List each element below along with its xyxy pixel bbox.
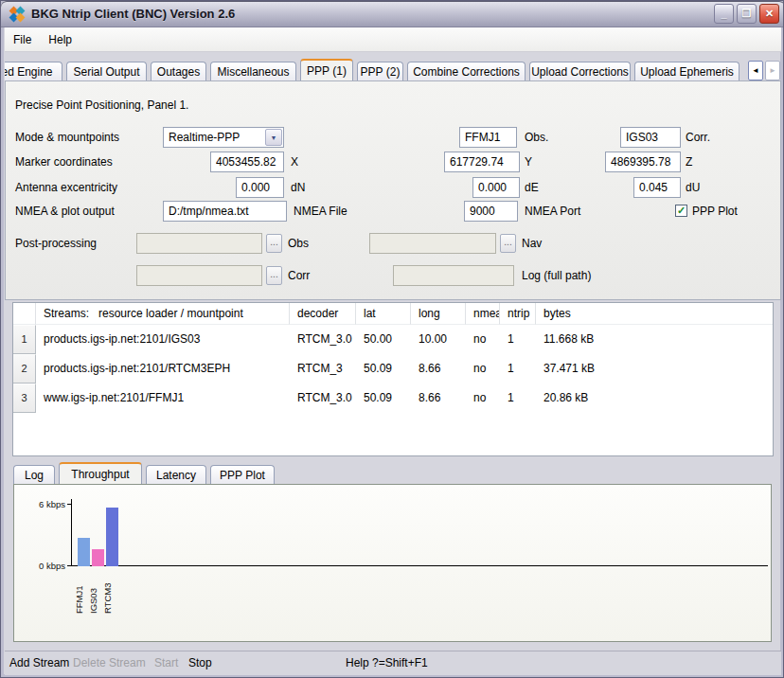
marker-y-label: Y [525, 152, 532, 172]
row-number[interactable]: 3 [13, 384, 36, 413]
tab-miscellaneous[interactable]: Miscellaneous [210, 62, 296, 81]
delete-stream-button[interactable]: Delete Stream [73, 656, 146, 669]
tab-serial-output[interactable]: Serial Output [66, 62, 147, 81]
antenna-de-input[interactable] [472, 177, 520, 198]
cell-ntrip: 1 [500, 354, 536, 384]
obs-label: Obs. [525, 127, 548, 148]
post-nav-file-input[interactable] [369, 233, 496, 254]
tab-ppp-1[interactable]: PPP (1) [300, 59, 353, 81]
marker-z-input[interactable] [605, 152, 681, 172]
cell-long: 10.00 [411, 325, 466, 354]
post-obs-label: Obs [288, 233, 309, 254]
tab-outages[interactable]: Outages [151, 62, 206, 81]
mode-combobox-value: Realtime-PPP [169, 131, 240, 144]
menu-help[interactable]: Help [40, 29, 80, 50]
post-log-file-input[interactable] [393, 265, 514, 286]
x-label-igs03: IGS03 [87, 570, 100, 614]
nmea-port-input[interactable] [464, 201, 518, 222]
antenna-label: Antenna excentricity [15, 177, 117, 198]
cell-lat: 50.09 [356, 354, 411, 384]
stream-row[interactable]: 2 products.igs-ip.net:2101/RTCM3EPH RTCM… [13, 354, 773, 384]
stream-row[interactable]: 3 www.igs-ip.net:2101/FFMJ1 RTCM_3.0 50.… [13, 384, 773, 413]
scroll-left-icon: ◄ [752, 66, 759, 75]
marker-x-input[interactable] [210, 152, 284, 172]
row-number[interactable]: 1 [13, 325, 36, 354]
cell-ntrip: 1 [500, 325, 536, 354]
cell-nmea: no [466, 384, 500, 413]
start-button[interactable]: Start [154, 656, 178, 669]
row-number[interactable]: 2 [13, 354, 36, 384]
cell-nmea: no [466, 325, 500, 354]
x-label-ffmj1: FFMJ1 [73, 570, 86, 614]
tab-feed-engine[interactable]: ed Engine [5, 62, 62, 81]
header-long: long [411, 303, 466, 325]
tab-ppp-2[interactable]: PPP (2) [357, 62, 403, 81]
tab-ppp-plot[interactable]: PPP Plot [210, 465, 275, 485]
cell-mountpoint: products.igs-ip.net:2101/IGS03 [36, 325, 290, 354]
post-corr-browse-button[interactable]: ... [266, 266, 282, 285]
y-tick-bottom: 0 kbps [18, 561, 65, 571]
nmea-port-label: NMEA Port [525, 201, 580, 222]
ppp-plot-checkbox[interactable]: ✓ [675, 205, 687, 217]
maximize-button[interactable]: ❒ [737, 4, 757, 24]
post-processing-label: Post-processing [15, 233, 97, 254]
stream-row[interactable]: 1 products.igs-ip.net:2101/IGS03 RTCM_3.… [13, 325, 773, 354]
antenna-du-label: dU [686, 177, 700, 198]
stop-button[interactable]: Stop [188, 656, 212, 669]
nmea-file-label: NMEA File [294, 201, 347, 222]
cell-bytes: 20.86 kB [536, 384, 773, 413]
header-lat: lat [356, 303, 411, 325]
antenna-dn-input[interactable] [236, 177, 284, 198]
menu-bar: File Help [5, 27, 781, 52]
tab-scroll-right-button[interactable]: ► [765, 61, 780, 80]
streams-table-header: Streams: resource loader / mountpoint de… [13, 303, 773, 325]
tab-throughput[interactable]: Throughput [59, 462, 142, 485]
tab-latency[interactable]: Latency [146, 465, 206, 485]
nmea-label: NMEA & plot output [15, 201, 115, 222]
plot-area [71, 499, 768, 566]
cell-decoder: RTCM_3.0 [290, 325, 356, 354]
close-button[interactable]: ✕ [759, 4, 779, 24]
ppp1-page: Precise Point Positioning, Panel 1. Mode… [5, 80, 781, 300]
window-title: BKG Ntrip Client (BNC) Version 2.6 [31, 7, 711, 21]
cell-bytes: 11.668 kB [536, 325, 773, 354]
tab-upload-ephemeris[interactable]: Upload Ephemeris [634, 62, 739, 81]
post-nav-browse-button[interactable]: ... [500, 234, 516, 253]
post-obs-browse-button[interactable]: ... [266, 234, 282, 253]
obs-mountpoint-input[interactable] [459, 127, 517, 148]
marker-x-label: X [291, 152, 298, 172]
header-ntrip: ntrip [500, 303, 536, 325]
corr-label: Corr. [686, 127, 710, 148]
mode-combobox[interactable]: Realtime-PPP ▼ [163, 127, 284, 148]
corr-mountpoint-input[interactable] [620, 127, 681, 148]
antenna-de-label: dE [525, 177, 539, 198]
cell-lat: 50.09 [356, 384, 411, 413]
scroll-right-icon: ► [769, 66, 776, 75]
antenna-du-input[interactable] [633, 177, 681, 198]
action-bar: Add Stream Delete Stream Start Stop Help… [5, 651, 781, 675]
add-stream-button[interactable]: Add Stream [9, 656, 69, 669]
help-shortcut-label: Help ?=Shift+F1 [346, 656, 428, 669]
post-obs-file-input[interactable] [136, 233, 262, 254]
marker-y-input[interactable] [444, 152, 520, 172]
tab-log[interactable]: Log [13, 465, 55, 485]
x-label-rtcm3: RTCM3 [101, 570, 115, 614]
marker-z-label: Z [686, 152, 692, 172]
cell-long: 8.66 [411, 354, 466, 384]
title-bar: BKG Ntrip Client (BNC) Version 2.6 _ ❒ ✕ [1, 1, 784, 27]
cell-lat: 50.00 [356, 325, 411, 354]
post-corr-file-input[interactable] [136, 265, 262, 286]
nmea-file-input[interactable] [163, 201, 287, 222]
header-nmea: nmea [466, 303, 500, 325]
output-tabstrip: Log Throughput Latency PPP Plot [13, 462, 278, 485]
header-bytes: bytes [536, 303, 773, 325]
bar-ffmj1 [78, 538, 90, 566]
tab-combine-corrections[interactable]: Combine Corrections [407, 62, 526, 81]
checkmark-icon: ✓ [677, 205, 686, 216]
cell-bytes: 37.471 kB [536, 354, 773, 384]
menu-file[interactable]: File [5, 29, 40, 50]
post-log-label: Log (full path) [522, 265, 591, 286]
tab-scroll-left-button[interactable]: ◄ [748, 61, 763, 80]
minimize-button[interactable]: _ [714, 4, 734, 24]
tab-upload-corrections[interactable]: Upload Corrections [529, 62, 631, 81]
